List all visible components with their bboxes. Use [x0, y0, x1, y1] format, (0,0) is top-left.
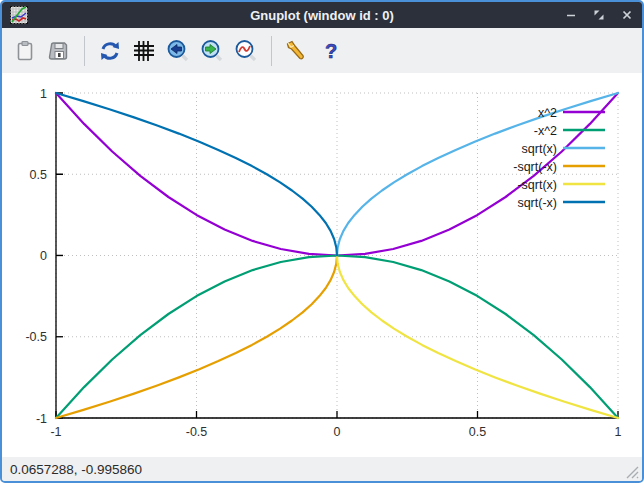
- svg-text:-1: -1: [36, 412, 47, 426]
- svg-text:sqrt(-x): sqrt(-x): [517, 196, 557, 210]
- zoom-next-button[interactable]: [196, 35, 228, 67]
- svg-text:x^2: x^2: [538, 106, 557, 120]
- svg-text:-x^2: -x^2: [534, 124, 557, 138]
- status-bar: 0.0657288, -0.995860: [2, 457, 642, 481]
- restore-icon: [593, 9, 605, 21]
- svg-text:-0.5: -0.5: [25, 330, 47, 344]
- zoom-previous-button[interactable]: [162, 35, 194, 67]
- svg-text:0.5: 0.5: [30, 168, 47, 182]
- grid-icon: [133, 40, 155, 62]
- svg-text:-0.5: -0.5: [186, 425, 208, 439]
- copy-clipboard-button[interactable]: [9, 35, 41, 67]
- help-icon: ?: [320, 39, 342, 63]
- toolbar-separator: [84, 36, 85, 66]
- grid-toggle-button[interactable]: [128, 35, 160, 67]
- plot-canvas[interactable]: -1-0.500.51-1-0.500.51x^2-x^2sqrt(x)-sqr…: [2, 73, 642, 457]
- svg-text:0: 0: [40, 249, 47, 263]
- export-image-button[interactable]: [43, 35, 75, 67]
- svg-text:-sqrt(-x): -sqrt(-x): [513, 160, 557, 174]
- autoscale-button[interactable]: [230, 35, 262, 67]
- window-title: Gnuplot (window id : 0): [2, 8, 642, 23]
- resize-grip[interactable]: [623, 463, 639, 479]
- cursor-coordinates: 0.0657288, -0.995860: [10, 462, 142, 477]
- gnuplot-app-icon: [10, 6, 28, 24]
- settings-button[interactable]: [281, 35, 313, 67]
- minimize-icon: [565, 9, 577, 21]
- zoom-next-icon: [200, 39, 224, 63]
- plot-svg: -1-0.500.51-1-0.500.51x^2-x^2sqrt(x)-sqr…: [2, 73, 642, 457]
- autoscale-icon: [234, 39, 258, 63]
- wrench-icon: [285, 39, 309, 63]
- svg-text:?: ?: [325, 40, 337, 62]
- save-image-icon: [47, 39, 71, 63]
- minimize-button[interactable]: [564, 8, 578, 22]
- gnuplot-window: Gnuplot (window id : 0): [0, 0, 644, 483]
- svg-text:0.5: 0.5: [469, 425, 486, 439]
- zoom-previous-icon: [166, 39, 190, 63]
- restore-button[interactable]: [592, 8, 606, 22]
- close-icon: [621, 9, 633, 21]
- svg-text:-1: -1: [50, 425, 61, 439]
- help-button[interactable]: ?: [315, 35, 347, 67]
- toolbar-separator: [271, 36, 272, 66]
- refresh-icon: [98, 39, 122, 63]
- close-button[interactable]: [620, 8, 634, 22]
- svg-text:-sqrt(x): -sqrt(x): [517, 178, 557, 192]
- svg-text:1: 1: [615, 425, 622, 439]
- clipboard-icon: [14, 39, 36, 63]
- replot-button[interactable]: [94, 35, 126, 67]
- svg-text:sqrt(x): sqrt(x): [522, 142, 557, 156]
- svg-text:1: 1: [40, 87, 47, 101]
- toolbar: ?: [2, 28, 642, 73]
- title-bar[interactable]: Gnuplot (window id : 0): [2, 2, 642, 28]
- svg-text:0: 0: [334, 425, 341, 439]
